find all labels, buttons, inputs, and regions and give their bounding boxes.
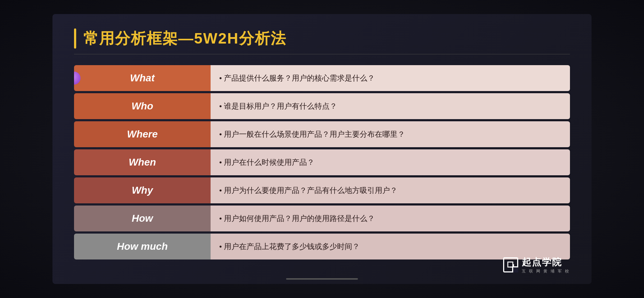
table-row-where: Where• 用户一般在什么场景使用产品？用户主要分布在哪里？ [74,121,570,147]
row-content-who: • 谁是目标用户？用户有什么特点？ [211,93,570,119]
row-content-how: • 用户如何使用产品？用户的使用路径是什么？ [211,206,570,231]
row-label-how: How [74,206,211,231]
row-label-when: When [74,149,211,175]
row-label-howmuch: How much [74,234,211,259]
framework-table: What• 产品提供什么服务？用户的核心需求是什么？Who• 谁是目标用户？用户… [74,65,570,259]
row-content-why: • 用户为什么要使用产品？产品有什么地方吸引用户？ [211,177,570,203]
logo-icon [503,257,518,272]
row-label-text-who: Who [132,100,153,112]
row-content-text-why: • 用户为什么要使用产品？产品有什么地方吸引用户？ [219,185,397,195]
row-label-text-when: When [129,157,156,168]
svg-rect-0 [508,262,513,267]
row-content-text-howmuch: • 用户在产品上花费了多少钱或多少时间？ [219,241,360,252]
title-area: 常用分析框架—5W2H分析法 [74,28,570,54]
slide-container: 常用分析框架—5W2H分析法 What• 产品提供什么服务？用户的核心需求是什么… [52,14,592,284]
table-row-howmuch: How much• 用户在产品上花费了多少钱或多少时间？ [74,234,570,259]
row-content-text-who: • 谁是目标用户？用户有什么特点？ [219,101,337,111]
row-content-text-how: • 用户如何使用产品？用户的使用路径是什么？ [219,213,375,224]
table-row-what: What• 产品提供什么服务？用户的核心需求是什么？ [74,65,570,91]
row-label-text-why: Why [132,185,153,196]
row-content-where: • 用户一般在什么场景使用产品？用户主要分布在哪里？ [211,121,570,147]
row-content-text-what: • 产品提供什么服务？用户的核心需求是什么？ [219,73,375,83]
row-label-what: What [74,65,211,91]
logo-main-text: 起点学院 [522,256,570,268]
row-label-why: Why [74,177,211,203]
row-label-text-where: Where [127,128,158,140]
row-label-where: Where [74,121,211,147]
title-bar [74,28,76,49]
row-label-text-what: What [130,72,155,84]
page-title: 常用分析框架—5W2H分析法 [83,28,286,49]
row-content-what: • 产品提供什么服务？用户的核心需求是什么？ [211,65,570,91]
row-content-when: • 用户在什么时候使用产品？ [211,149,570,175]
bottom-bar [286,278,358,280]
table-row-why: Why• 用户为什么要使用产品？产品有什么地方吸引用户？ [74,177,570,203]
logo-text: 起点学院 互 联 网 黄 埔 军 校 [522,256,570,274]
row-content-text-where: • 用户一般在什么场景使用产品？用户主要分布在哪里？ [219,129,405,139]
purple-circle-decoration [74,72,80,85]
table-row-how: How• 用户如何使用产品？用户的使用路径是什么？ [74,206,570,231]
logo-area: 起点学院 互 联 网 黄 埔 军 校 [503,256,570,274]
row-label-text-howmuch: How much [117,241,168,252]
row-label-who: Who [74,93,211,119]
logo-sub-text: 互 联 网 黄 埔 军 校 [522,268,570,274]
table-row-when: When• 用户在什么时候使用产品？ [74,149,570,175]
table-row-who: Who• 谁是目标用户？用户有什么特点？ [74,93,570,119]
row-content-text-when: • 用户在什么时候使用产品？ [219,157,314,167]
row-label-text-how: How [132,213,153,224]
